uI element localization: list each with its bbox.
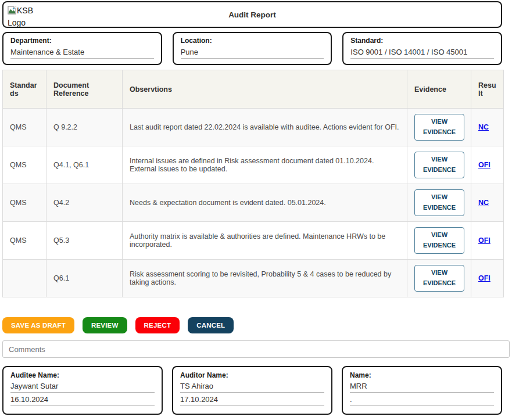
auditee-signature-box: Auditee Name: Jaywant Sutar 16.10.2024 — [2, 366, 163, 415]
cell-doc-reference: Q5.3 — [46, 222, 123, 260]
observations-table: Standards Document Reference Observtions… — [2, 70, 504, 297]
department-label: Department: — [10, 37, 154, 45]
location-value[interactable]: Pune — [181, 48, 324, 59]
cell-observation: Risk assessment scoring to be revisited,… — [123, 260, 407, 297]
standard-field: Standard: ISO 9001 / ISO 14001 / ISO 450… — [342, 32, 502, 65]
cell-doc-reference: Q4.1, Q6.1 — [46, 146, 123, 184]
standard-label: Standard: — [350, 37, 494, 45]
cell-doc-reference: Q6.1 — [46, 260, 123, 297]
comments-input[interactable] — [2, 340, 510, 358]
table-row: QMS Q4.2 Needs & expectation document is… — [3, 184, 504, 222]
standard-value[interactable]: ISO 9001 / ISO 14001 / ISO 45001 — [350, 48, 494, 59]
view-evidence-button[interactable]: VIEW EVIDENCE — [414, 114, 464, 140]
cell-result: OFI — [471, 222, 504, 260]
cell-standard: QMS — [3, 184, 46, 222]
cell-observation: Authority matrix is available & authorit… — [123, 222, 407, 260]
result-link[interactable]: OFI — [478, 236, 490, 245]
result-link[interactable]: OFI — [478, 161, 490, 169]
name-label: Name: — [350, 371, 494, 379]
table-header-row: Standards Document Reference Observtions… — [3, 70, 504, 109]
cell-observation: Needs & expectation document is evident … — [123, 184, 407, 222]
cell-result: NC — [471, 109, 504, 146]
cell-standard: QMS — [3, 109, 46, 146]
info-fields-row: Department: Maintenance & Estate Locatio… — [2, 32, 502, 65]
cell-evidence: VIEW EVIDENCE — [407, 184, 471, 222]
col-header-standards: Standards — [3, 70, 46, 109]
table-row: QMS Q 9.2.2 Last audit report dated 22.0… — [3, 109, 504, 146]
cell-result: OFI — [471, 260, 504, 297]
cell-result: NC — [471, 184, 504, 222]
cell-observation: Internal issues are defined in Risk asse… — [123, 146, 407, 184]
cell-standard: QMS — [3, 222, 46, 260]
auditor-date-value[interactable]: 17.10.2024 — [180, 395, 324, 406]
table-row: QMS Q5.3 Authority matrix is available &… — [3, 222, 504, 260]
broken-image-icon — [8, 6, 16, 15]
page-title: Audit Report — [228, 10, 276, 19]
save-as-draft-button[interactable]: SAVE AS DRAFT — [2, 317, 74, 333]
cell-standard — [3, 260, 46, 297]
col-header-observations: Observtions — [123, 70, 407, 109]
audit-report-page: KSB Logo Audit Report Department: Mainte… — [0, 0, 512, 420]
col-header-evidence: Evidence — [407, 70, 471, 109]
department-field: Department: Maintenance & Estate — [2, 32, 162, 65]
name-value[interactable]: MRR — [350, 382, 494, 393]
department-value[interactable]: Maintenance & Estate — [10, 48, 154, 59]
cell-doc-reference: Q 9.2.2 — [46, 109, 123, 146]
auditee-name-label: Auditee Name: — [10, 371, 155, 379]
result-link[interactable]: NC — [478, 199, 489, 207]
view-evidence-button[interactable]: VIEW EVIDENCE — [414, 189, 464, 216]
cell-evidence: VIEW EVIDENCE — [407, 109, 471, 146]
actions-row: SAVE AS DRAFT REVIEW REJECT CANCEL — [2, 317, 510, 333]
report-header: KSB Logo Audit Report — [2, 1, 502, 28]
location-field: Location: Pune — [173, 32, 332, 65]
cell-evidence: VIEW EVIDENCE — [407, 260, 471, 297]
view-evidence-button[interactable]: VIEW EVIDENCE — [414, 227, 464, 253]
cell-result: OFI — [471, 146, 504, 184]
signatures-row: Auditee Name: Jaywant Sutar 16.10.2024 A… — [2, 366, 502, 415]
auditor-name-value[interactable]: TS Ahirao — [180, 382, 324, 393]
auditee-date-value[interactable]: 16.10.2024 — [10, 395, 155, 406]
col-header-result: Result — [471, 70, 504, 109]
cell-observation: Last audit report dated 22.02.2024 is av… — [123, 109, 407, 146]
cancel-button[interactable]: CANCEL — [188, 317, 234, 333]
result-link[interactable]: OFI — [478, 274, 490, 282]
cell-evidence: VIEW EVIDENCE — [407, 146, 471, 184]
auditor-name-label: Auditor Name: — [180, 371, 324, 379]
result-link[interactable]: NC — [478, 123, 489, 131]
table-row: Q6.1 Risk assessment scoring to be revis… — [3, 260, 504, 297]
cell-doc-reference: Q4.2 — [46, 184, 123, 222]
cell-standard: QMS — [3, 146, 46, 184]
reject-button[interactable]: REJECT — [135, 317, 180, 333]
table-row: QMS Q4.1, Q6.1 Internal issues are defin… — [3, 146, 504, 184]
mrr-signature-box: Name: MRR . — [342, 366, 502, 415]
col-header-document-reference: Document Reference — [46, 70, 123, 109]
view-evidence-button[interactable]: VIEW EVIDENCE — [414, 265, 464, 291]
auditor-signature-box: Auditor Name: TS Ahirao 17.10.2024 — [172, 366, 332, 415]
location-label: Location: — [181, 37, 324, 45]
review-button[interactable]: REVIEW — [83, 317, 127, 333]
name-date-value[interactable]: . — [350, 395, 494, 406]
view-evidence-button[interactable]: VIEW EVIDENCE — [414, 152, 464, 178]
auditee-name-value[interactable]: Jaywant Sutar — [10, 382, 155, 393]
cell-evidence: VIEW EVIDENCE — [407, 222, 471, 260]
ksb-logo-broken-image: KSB Logo — [8, 5, 39, 28]
